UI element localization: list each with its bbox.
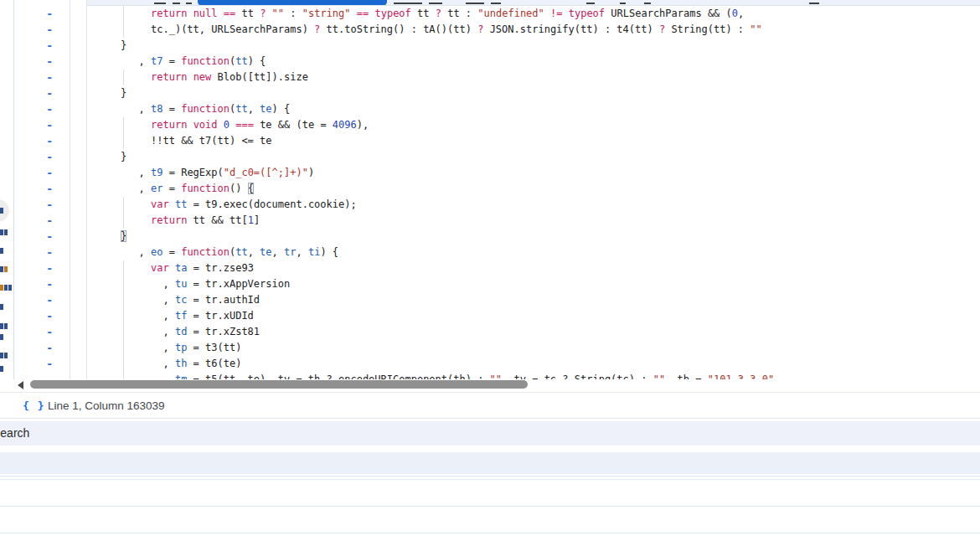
code-token: =	[162, 246, 181, 258]
drawer-border	[0, 418, 980, 419]
pretty-print-icon[interactable]: { }	[23, 399, 44, 414]
horizontal-scrollbar[interactable]	[14, 379, 980, 392]
line-marker[interactable]: -	[14, 117, 70, 133]
code-token: function	[181, 246, 230, 258]
code-line: , t7 = function(tt) {	[96, 54, 980, 70]
code-token: return	[151, 71, 187, 83]
code-token	[187, 8, 193, 19]
code-token: = tr.xAppVersion	[187, 278, 290, 290]
code-token: ,	[272, 246, 284, 258]
code-token	[351, 8, 357, 19]
indent-guide-line	[123, 260, 124, 276]
gutter-border-1	[70, 0, 70, 379]
code-token: t8	[151, 103, 162, 115]
scrollbar-left-arrow-icon[interactable]	[18, 381, 23, 389]
code-token: null	[193, 8, 218, 19]
code-token: ""	[272, 8, 284, 19]
clipped-glyph-fragment	[394, 3, 422, 4]
code-token: te && (te =	[254, 119, 333, 131]
line-marker[interactable]: -	[14, 149, 70, 165]
code-token: = RegExp(	[162, 167, 223, 178]
scrollbar-thumb[interactable]	[30, 380, 528, 389]
indent-guide-line	[123, 213, 124, 229]
code-token: tt.toString() : tA()(tt)	[320, 23, 477, 35]
line-marker[interactable]: -	[14, 181, 70, 197]
code-token: ?	[436, 8, 441, 19]
code-token: ,	[96, 167, 151, 178]
results-separator	[0, 476, 980, 476]
code-token: =	[162, 183, 181, 194]
line-marker[interactable]: -	[14, 38, 70, 54]
code-token: function	[181, 55, 230, 67]
code-token: function	[181, 103, 230, 115]
line-marker[interactable]: -	[14, 70, 70, 85]
code-token: td	[175, 326, 187, 337]
code-token: JSON.stringify(tt) : t4(tt)	[483, 23, 659, 35]
line-marker[interactable]: -	[14, 340, 70, 356]
line-marker[interactable]: -	[14, 165, 70, 181]
indent-guide-line	[123, 324, 124, 340]
code-token: ta	[175, 262, 187, 274]
search-input[interactable]: Search	[0, 421, 29, 446]
line-marker[interactable]: -	[14, 372, 70, 379]
line-marker[interactable]: -	[14, 6, 70, 22]
search-result-row[interactable]	[0, 507, 980, 533]
search-result-row[interactable]	[0, 533, 980, 546]
line-marker[interactable]: -	[14, 133, 70, 149]
code-token: = t6(te)	[187, 358, 241, 369]
code-token: "undefined"	[477, 8, 544, 19]
line-marker[interactable]: -	[14, 324, 70, 340]
line-marker[interactable]: -	[14, 229, 70, 245]
clipped-text-fragment	[0, 248, 3, 254]
code-token: ) {	[320, 246, 338, 258]
line-marker[interactable]: -	[14, 276, 70, 292]
code-line: return new Blob([tt]).size	[96, 70, 980, 85]
code-token	[187, 119, 193, 131]
line-marker[interactable]: -	[14, 356, 70, 372]
search-toolbar[interactable]: Search	[0, 421, 980, 446]
clipped-text-fragment	[0, 353, 8, 358]
code-token: URLSearchParams && (	[605, 8, 732, 19]
line-marker[interactable]: -	[14, 308, 70, 324]
line-marker[interactable]: -	[14, 213, 70, 229]
search-result-row[interactable]	[0, 480, 980, 507]
code-token: Blob([tt]).size	[211, 71, 308, 83]
code-token: ),	[357, 119, 369, 131]
code-token: ,	[96, 342, 175, 353]
code-token	[218, 119, 224, 131]
code-token: ,	[96, 183, 151, 194]
indent-guide-line	[123, 133, 124, 149]
indent-guide-line	[123, 356, 124, 372]
code-token: eo	[151, 246, 162, 258]
code-token: !=	[550, 8, 562, 19]
code-token: 1	[248, 214, 254, 226]
line-marker[interactable]: -	[14, 292, 70, 308]
code-token: }	[96, 151, 126, 162]
code-token: ==	[357, 8, 369, 19]
line-marker[interactable]: -	[14, 101, 70, 117]
line-marker[interactable]: -	[14, 85, 70, 101]
line-number-gutter[interactable]: ------------------------	[14, 6, 70, 379]
indent-guide-line	[123, 372, 124, 379]
code-token: , ty = tc ? String(tc) :	[502, 373, 653, 379]
code-editor[interactable]: ------------------------ return null == …	[0, 0, 980, 379]
left-panel-sliver	[0, 0, 13, 379]
code-line: var tt = t9.exec(document.cookie);	[96, 197, 980, 213]
line-marker[interactable]: -	[14, 54, 70, 70]
code-line: tc._)(tt, URLSearchParams) ? tt.toString…	[96, 22, 980, 38]
code-token: }	[121, 230, 126, 242]
line-marker[interactable]: -	[14, 260, 70, 276]
code-token	[187, 71, 193, 83]
line-marker[interactable]: -	[14, 245, 70, 260]
code-token	[562, 8, 568, 19]
line-marker[interactable]: -	[14, 22, 70, 38]
code-token: var	[151, 262, 169, 274]
code-token: , tb =	[665, 373, 708, 379]
code-token: ,	[96, 55, 151, 67]
code-line: }	[96, 38, 980, 54]
code-token: tt	[235, 8, 260, 19]
line-marker[interactable]: -	[14, 197, 70, 213]
code-content[interactable]: return null == tt ? "" : "string" == typ…	[86, 6, 980, 379]
code-token	[169, 262, 175, 274]
code-token: function	[181, 183, 230, 194]
